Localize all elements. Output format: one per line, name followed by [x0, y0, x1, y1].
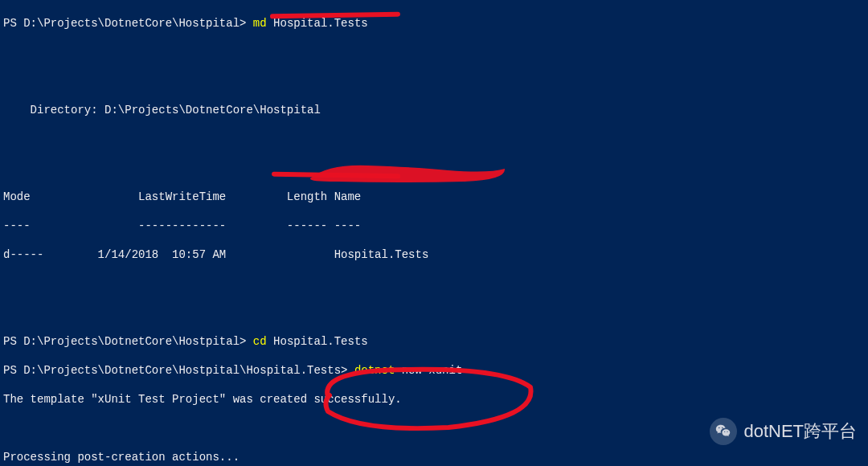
output-blank	[3, 305, 865, 320]
command-arg: Hospital.Tests	[267, 335, 368, 348]
table-header: Mode LastWriteTime Length Name	[3, 190, 865, 204]
table-row: d----- 1/14/2018 10:57 AM Hospital.Tests	[3, 247, 865, 262]
command-arg: new xunit	[395, 364, 462, 377]
directory-header: Directory: D:\Projects\DotnetCore\Hostpi…	[3, 103, 865, 117]
output-blank	[3, 74, 865, 88]
prompt: PS D:\Projects\DotnetCore\Hostpital>	[3, 17, 253, 30]
output-blank	[3, 161, 865, 175]
output-line: The template "xUnit Test Project" was cr…	[3, 392, 865, 407]
prompt: PS D:\Projects\DotnetCore\Hostpital>	[3, 335, 253, 348]
output-blank	[3, 132, 865, 146]
output-line: Processing post-creation actions...	[3, 450, 865, 464]
output-blank	[3, 276, 865, 291]
command-arg: Hospital.Tests	[267, 17, 368, 30]
wechat-icon	[710, 418, 737, 445]
prompt: PS D:\Projects\DotnetCore\Hostpital\Hosp…	[3, 364, 354, 377]
command-cd: cd	[253, 335, 267, 348]
table-separator: ---- ------------- ------ ----	[3, 219, 865, 233]
output-blank	[3, 45, 865, 59]
watermark: dotNET跨平台	[710, 418, 857, 445]
powershell-terminal[interactable]: PS D:\Projects\DotnetCore\Hostpital> md …	[3, 2, 865, 466]
command-md: md	[253, 17, 267, 30]
watermark-text: dotNET跨平台	[743, 424, 857, 439]
command-dotnet: dotnet	[354, 364, 395, 377]
